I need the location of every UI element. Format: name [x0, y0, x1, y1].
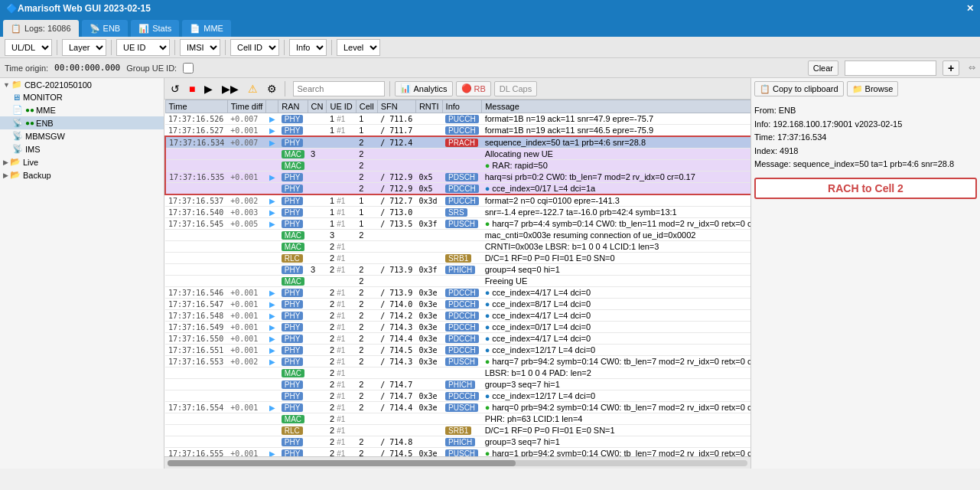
- ran-badge: PHY: [282, 381, 304, 389]
- cell-cell: 2: [356, 160, 377, 172]
- cell-time: [165, 436, 227, 448]
- sidebar-item-mme[interactable]: 📄●●MME: [0, 103, 164, 116]
- filter-input[interactable]: [845, 60, 936, 76]
- cell-cn: [308, 345, 327, 356]
- table-row[interactable]: 17:37:16.540 +0.003 ▶ PHY 1 #1 1 / 713.0…: [165, 207, 750, 218]
- sidebar-label: MBMSGW: [25, 132, 65, 141]
- horizontal-scrollbar[interactable]: [164, 456, 750, 469]
- table-row[interactable]: PHY 2 #1 2 / 714.7 PHICH group=3 seq=7 h…: [165, 379, 750, 390]
- cell-info: PDCCH: [442, 299, 482, 310]
- table-row[interactable]: MAC 2 ● RAR: rapid=50: [165, 160, 750, 172]
- cell-ueid: 2 #1: [327, 322, 356, 333]
- menu-tab-mme[interactable]: 📄MME: [182, 20, 231, 37]
- info-badge: PUSCH: [445, 358, 478, 366]
- cell-timediff: +0.001: [227, 402, 266, 413]
- table-row[interactable]: MAC 2 Freeing UE: [165, 276, 750, 287]
- cell-info: [442, 149, 482, 160]
- cell-rnti: [415, 149, 442, 160]
- copy-clipboard-btn[interactable]: 📋 Copy to clipboard: [754, 81, 844, 96]
- cell-cell: 2: [356, 310, 377, 322]
- cell-sfn: / 713.0: [377, 207, 415, 218]
- cell-message: format=2 n=0 cqi=0100 epre=-141.3: [482, 194, 750, 207]
- imsi-select[interactable]: IMSI: [180, 39, 220, 56]
- log-table[interactable]: Time Time diff RAN CN UE ID Cell SFN RNT…: [164, 100, 750, 456]
- table-row[interactable]: 17:37:16.554 +0.001 ▶ PHY 2 #1 2 / 714.4…: [165, 402, 750, 413]
- cell-arrow: ▶: [266, 310, 278, 322]
- sidebar-item-backup[interactable]: ▶📂Backup: [0, 168, 164, 181]
- cell-info: PHICH: [442, 436, 482, 448]
- ran-badge: PHY: [282, 115, 304, 123]
- table-row[interactable]: 17:37:16.545 +0.005 ▶ PHY 1 #1 1 / 713.5…: [165, 218, 750, 230]
- table-row[interactable]: 17:37:16.551 +0.001 ▶ PHY 2 #1 2 / 714.5…: [165, 345, 750, 356]
- add-filter-btn[interactable]: +: [943, 60, 959, 76]
- ran-badge: PHY: [282, 358, 304, 366]
- cell-cell: 2: [356, 448, 377, 457]
- rb-btn[interactable]: 🔴 RB: [456, 81, 491, 96]
- table-row[interactable]: PHY 2 #1 2 / 714.7 0x3e PDCCH ● cce_inde…: [165, 390, 750, 402]
- table-row[interactable]: 17:37:16.548 +0.001 ▶ PHY 2 #1 2 / 714.2…: [165, 310, 750, 322]
- cell-cn: [308, 436, 327, 448]
- table-row[interactable]: 17:37:16.535 +0.001 ▶ PHY 2 / 712.9 0x5 …: [165, 172, 750, 183]
- cell-message: ● cce_index=0/17 L=4 dci=1a: [482, 183, 750, 195]
- settings-btn[interactable]: ⚙: [264, 80, 280, 98]
- layer-select[interactable]: LayerPHYMACRLC: [62, 39, 106, 56]
- table-row[interactable]: 17:37:16.534 +0.007 ▶ PHY 2 / 712.4 PRAC…: [165, 136, 750, 149]
- table-row[interactable]: PHY 3 2 #1 2 / 713.9 0x3f PHICH group=4 …: [165, 264, 750, 276]
- cell-cell: 1: [356, 113, 377, 125]
- table-row[interactable]: MAC 3 2 Allocating new UE: [165, 149, 750, 160]
- search-input[interactable]: [293, 81, 385, 96]
- cell-ran: MAC: [278, 160, 308, 172]
- table-row[interactable]: MAC 3 2 mac_cnti=0x003e resuming connect…: [165, 230, 750, 241]
- cell-sfn: / 714.5: [377, 448, 415, 457]
- warning-btn[interactable]: ⚠: [245, 80, 261, 98]
- titlebar-close-icon[interactable]: ✕: [966, 3, 974, 14]
- uldl-select[interactable]: UL/DLULDL: [5, 39, 52, 56]
- cell-sfn: / 714.4: [377, 402, 415, 413]
- ueid-select[interactable]: UE ID123: [116, 39, 170, 56]
- table-row[interactable]: MAC 2 #1 LBSR: b=1 0 0 4 PAD: len=2: [165, 368, 750, 379]
- fast-forward-btn[interactable]: ▶▶: [219, 80, 242, 98]
- sidebar-item-ims[interactable]: 📡IMS: [0, 142, 164, 155]
- clear-button[interactable]: Clear: [808, 60, 838, 76]
- table-row[interactable]: 17:37:16.547 +0.001 ▶ PHY 2 #1 2 / 714.0…: [165, 299, 750, 310]
- dot-indicator: ●: [485, 288, 490, 297]
- menu-tab-logs[interactable]: 📋Logs: 16086: [3, 20, 79, 37]
- refresh-btn[interactable]: ↺: [168, 80, 183, 98]
- table-row[interactable]: MAC 2 #1 CRNTI=0x003e LBSR: b=1 0 0 4 LC…: [165, 241, 750, 253]
- table-row[interactable]: 17:37:16.526 +0.007 ▶ PHY 1 #1 1 / 711.6…: [165, 113, 750, 125]
- table-row[interactable]: 17:37:16.553 +0.002 ▶ PHY 2 #1 2 / 714.3…: [165, 356, 750, 368]
- table-row[interactable]: PHY 2 #1 2 / 714.8 PHICH group=3 seq=7 h…: [165, 436, 750, 448]
- table-row[interactable]: 17:37:16.555 +0.001 ▶ PHY 2 #1 2 / 714.5…: [165, 448, 750, 457]
- info-select[interactable]: Info: [289, 39, 327, 56]
- cellid-select[interactable]: Cell ID12: [230, 39, 279, 56]
- dlcaps-btn[interactable]: DL Caps: [494, 81, 537, 96]
- table-row[interactable]: 17:37:16.549 +0.001 ▶ PHY 2 #1 2 / 714.3…: [165, 322, 750, 333]
- table-row[interactable]: RLC 2 #1 SRB1 D/C=1 RF=0 P=0 FI=01 E=0 S…: [165, 425, 750, 436]
- table-row[interactable]: 17:37:16.537 +0.002 ▶ PHY 1 #1 1 / 712.7…: [165, 194, 750, 207]
- info-badge: PDCCH: [445, 300, 479, 309]
- level-select[interactable]: Level: [337, 39, 380, 56]
- table-row[interactable]: 17:37:16.527 +0.001 ▶ PHY 1 #1 1 / 711.7…: [165, 125, 750, 137]
- group-ueid-checkbox[interactable]: [183, 63, 194, 74]
- analytics-btn[interactable]: 📊 Analytics: [395, 81, 452, 96]
- sidebar-item-monitor[interactable]: 🖥MONITOR: [0, 91, 164, 103]
- action-bar: ↺ ■ ▶ ▶▶ ⚠ ⚙ 📊 Analytics 🔴 RB DL Caps: [164, 78, 750, 100]
- browse-btn[interactable]: 📁 Browse: [847, 81, 899, 96]
- cell-ueid: [327, 276, 356, 287]
- table-row[interactable]: MAC 2 #1 PHR: ph=63 LCID:1 len=4: [165, 413, 750, 425]
- menu-tab-enb[interactable]: 📡ENB: [82, 20, 129, 37]
- table-row[interactable]: PHY 2 / 712.9 0x5 PDCCH ● cce_index=0/17…: [165, 183, 750, 195]
- menu-tab-stats[interactable]: 📊Stats: [131, 20, 179, 37]
- sidebar-item-enb[interactable]: 📡●●ENB: [0, 116, 164, 129]
- cell-rnti: [415, 125, 442, 137]
- sidebar-item-live[interactable]: ▶📂Live: [0, 155, 164, 168]
- sidebar-item-cbc[interactable]: ▼📁CBC-2021050100: [0, 78, 164, 91]
- cell-cell: 2: [356, 183, 377, 195]
- table-row[interactable]: 17:37:16.546 +0.001 ▶ PHY 2 #1 2 / 713.9…: [165, 287, 750, 299]
- sidebar-item-mbmsgw[interactable]: 📡MBMSGW: [0, 129, 164, 142]
- stop-btn[interactable]: ■: [186, 80, 198, 98]
- cell-arrow: ▶: [266, 218, 278, 230]
- forward-btn[interactable]: ▶: [201, 80, 216, 98]
- table-row[interactable]: 17:37:16.550 +0.001 ▶ PHY 2 #1 2 / 714.4…: [165, 333, 750, 345]
- table-row[interactable]: RLC 2 #1 SRB1 D/C=1 RF=0 P=0 FI=01 E=0 S…: [165, 253, 750, 264]
